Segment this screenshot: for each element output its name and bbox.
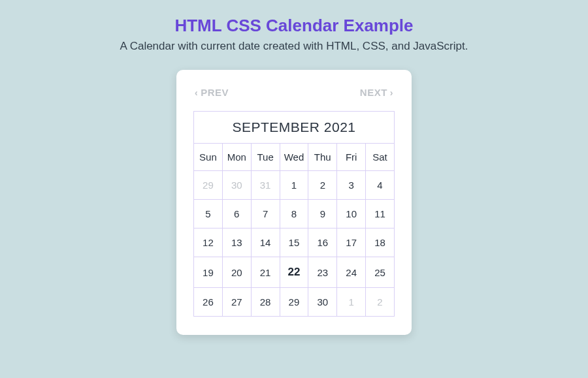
- calendar-day-cell[interactable]: 25: [366, 257, 395, 288]
- calendar-day-cell[interactable]: 6: [222, 200, 251, 228]
- calendar-day-cell[interactable]: 2: [308, 171, 337, 200]
- calendar-week-row: 19202122232425: [194, 257, 395, 288]
- prev-button[interactable]: ‹ PREV: [195, 87, 229, 98]
- calendar-day-cell[interactable]: 19: [194, 257, 223, 288]
- calendar-day-cell[interactable]: 14: [251, 228, 280, 257]
- calendar-day-cell[interactable]: 13: [222, 228, 251, 257]
- calendar-day-cell[interactable]: 23: [308, 257, 337, 288]
- calendar-day-cell[interactable]: 20: [222, 257, 251, 288]
- calendar-day-cell[interactable]: 16: [308, 228, 337, 257]
- calendar-body: 2930311234567891011121314151617181920212…: [194, 171, 395, 317]
- calendar-day-cell[interactable]: 7: [251, 200, 280, 228]
- calendar-day-cell[interactable]: 4: [366, 171, 395, 200]
- calendar-week-row: 2930311234: [194, 171, 395, 200]
- calendar-day-cell[interactable]: 11: [366, 200, 395, 228]
- calendar-day-cell[interactable]: 17: [337, 228, 366, 257]
- calendar-day-cell[interactable]: 26: [194, 288, 223, 317]
- calendar-day-cell[interactable]: 27: [222, 288, 251, 317]
- dow-mon: Mon: [222, 144, 251, 171]
- calendar-day-cell[interactable]: 15: [280, 228, 308, 257]
- chevron-right-icon: ›: [390, 87, 393, 98]
- calendar-table: SEPTEMBER 2021 Sun Mon Tue Wed Thu Fri S…: [193, 111, 395, 317]
- day-of-week-row: Sun Mon Tue Wed Thu Fri Sat: [194, 144, 395, 171]
- calendar-day-cell[interactable]: 2: [366, 288, 395, 317]
- calendar-day-cell[interactable]: 30: [222, 171, 251, 200]
- dow-sat: Sat: [366, 144, 395, 171]
- calendar-nav: ‹ PREV NEXT ›: [193, 87, 395, 98]
- dow-sun: Sun: [194, 144, 223, 171]
- calendar-day-cell[interactable]: 5: [194, 200, 223, 228]
- calendar-day-cell[interactable]: 1: [280, 171, 308, 200]
- next-label: NEXT: [360, 87, 387, 98]
- calendar-day-cell[interactable]: 3: [337, 171, 366, 200]
- calendar-day-cell[interactable]: 9: [308, 200, 337, 228]
- page-title: HTML CSS Calendar Example: [174, 16, 413, 36]
- calendar-week-row: 262728293012: [194, 288, 395, 317]
- dow-thu: Thu: [308, 144, 337, 171]
- calendar-day-cell[interactable]: 1: [337, 288, 366, 317]
- calendar-card: ‹ PREV NEXT › SEPTEMBER 2021 Sun Mon Tue…: [176, 70, 412, 335]
- prev-label: PREV: [201, 87, 229, 98]
- calendar-day-cell[interactable]: 28: [251, 288, 280, 317]
- calendar-week-row: 567891011: [194, 200, 395, 228]
- calendar-day-cell[interactable]: 10: [337, 200, 366, 228]
- calendar-day-cell[interactable]: 29: [194, 171, 223, 200]
- month-header: SEPTEMBER 2021: [194, 112, 395, 144]
- calendar-day-cell[interactable]: 30: [308, 288, 337, 317]
- calendar-day-cell[interactable]: 22: [280, 257, 308, 288]
- page-subtitle: A Calendar with current date created wit…: [120, 40, 468, 53]
- dow-fri: Fri: [337, 144, 366, 171]
- next-button[interactable]: NEXT ›: [360, 87, 393, 98]
- calendar-day-cell[interactable]: 8: [280, 200, 308, 228]
- calendar-day-cell[interactable]: 12: [194, 228, 223, 257]
- calendar-day-cell[interactable]: 24: [337, 257, 366, 288]
- calendar-day-cell[interactable]: 18: [366, 228, 395, 257]
- calendar-day-cell[interactable]: 29: [280, 288, 308, 317]
- dow-wed: Wed: [280, 144, 308, 171]
- chevron-left-icon: ‹: [195, 87, 198, 98]
- dow-tue: Tue: [251, 144, 280, 171]
- calendar-day-cell[interactable]: 31: [251, 171, 280, 200]
- calendar-week-row: 12131415161718: [194, 228, 395, 257]
- calendar-day-cell[interactable]: 21: [251, 257, 280, 288]
